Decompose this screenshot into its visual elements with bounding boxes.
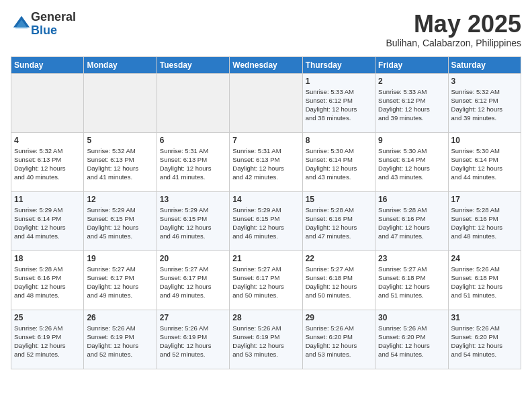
cell-info: Sunrise: 5:26 AM Sunset: 6:20 PM Dayligh… [451, 324, 518, 359]
calendar-cell: 14Sunrise: 5:29 AM Sunset: 6:15 PM Dayli… [230, 191, 302, 250]
calendar-cell: 17Sunrise: 5:28 AM Sunset: 6:16 PM Dayli… [448, 191, 521, 250]
logo-blue: Blue [31, 24, 76, 38]
header-row: SundayMondayTuesdayWednesdayThursdayFrid… [11, 56, 521, 73]
day-number: 24 [451, 254, 518, 263]
calendar-cell: 20Sunrise: 5:27 AM Sunset: 6:17 PM Dayli… [157, 250, 229, 310]
day-header-wednesday: Wednesday [230, 56, 302, 73]
cell-info: Sunrise: 5:28 AM Sunset: 6:16 PM Dayligh… [451, 205, 518, 241]
day-number: 13 [160, 195, 226, 204]
day-number: 10 [451, 136, 518, 145]
cell-info: Sunrise: 5:27 AM Sunset: 6:18 PM Dayligh… [306, 265, 372, 300]
cell-info: Sunrise: 5:31 AM Sunset: 6:13 PM Dayligh… [232, 146, 299, 182]
calendar-cell: 23Sunrise: 5:27 AM Sunset: 6:18 PM Dayli… [375, 250, 448, 310]
calendar-cell: 24Sunrise: 5:26 AM Sunset: 6:18 PM Dayli… [448, 250, 521, 310]
cell-info: Sunrise: 5:30 AM Sunset: 6:14 PM Dayligh… [378, 146, 445, 182]
day-number: 15 [306, 195, 372, 204]
calendar-table: SundayMondayTuesdayWednesdayThursdayFrid… [11, 56, 521, 369]
logo-icon [12, 15, 31, 34]
page-header: General Blue May 2025 Bulihan, Calabarzo… [11, 11, 521, 48]
location-subtitle: Bulihan, Calabarzon, Philippines [386, 38, 521, 48]
week-row-5: 25Sunrise: 5:26 AM Sunset: 6:19 PM Dayli… [11, 310, 521, 369]
cell-info: Sunrise: 5:27 AM Sunset: 6:18 PM Dayligh… [378, 265, 445, 300]
cell-info: Sunrise: 5:26 AM Sunset: 6:20 PM Dayligh… [306, 324, 372, 359]
cell-info: Sunrise: 5:32 AM Sunset: 6:13 PM Dayligh… [14, 146, 81, 182]
week-row-3: 11Sunrise: 5:29 AM Sunset: 6:14 PM Dayli… [11, 191, 521, 250]
calendar-cell: 29Sunrise: 5:26 AM Sunset: 6:20 PM Dayli… [302, 310, 375, 369]
cell-info: Sunrise: 5:30 AM Sunset: 6:14 PM Dayligh… [306, 146, 372, 182]
day-header-sunday: Sunday [11, 56, 84, 73]
calendar-cell: 2Sunrise: 5:33 AM Sunset: 6:12 PM Daylig… [375, 73, 448, 132]
week-row-1: 1Sunrise: 5:33 AM Sunset: 6:12 PM Daylig… [11, 73, 521, 132]
day-number: 16 [378, 195, 445, 204]
calendar-cell: 15Sunrise: 5:28 AM Sunset: 6:16 PM Dayli… [302, 191, 375, 250]
calendar-cell: 31Sunrise: 5:26 AM Sunset: 6:20 PM Dayli… [448, 310, 521, 369]
cell-info: Sunrise: 5:27 AM Sunset: 6:17 PM Dayligh… [232, 265, 299, 300]
calendar-cell: 6Sunrise: 5:31 AM Sunset: 6:13 PM Daylig… [157, 132, 229, 191]
cell-info: Sunrise: 5:29 AM Sunset: 6:15 PM Dayligh… [232, 205, 299, 241]
day-number: 27 [160, 313, 226, 322]
day-number: 17 [451, 195, 518, 204]
cell-info: Sunrise: 5:27 AM Sunset: 6:17 PM Dayligh… [87, 265, 153, 300]
week-row-2: 4Sunrise: 5:32 AM Sunset: 6:13 PM Daylig… [11, 132, 521, 191]
day-number: 6 [160, 136, 226, 145]
day-number: 1 [306, 77, 372, 86]
day-number: 14 [232, 195, 299, 204]
cell-info: Sunrise: 5:26 AM Sunset: 6:19 PM Dayligh… [14, 324, 81, 359]
day-header-saturday: Saturday [448, 56, 521, 73]
day-number: 8 [306, 136, 372, 145]
day-number: 20 [160, 254, 226, 263]
cell-info: Sunrise: 5:26 AM Sunset: 6:19 PM Dayligh… [160, 324, 226, 359]
cell-info: Sunrise: 5:29 AM Sunset: 6:14 PM Dayligh… [14, 205, 81, 241]
week-row-4: 18Sunrise: 5:28 AM Sunset: 6:16 PM Dayli… [11, 250, 521, 310]
day-number: 3 [451, 77, 518, 86]
day-number: 23 [378, 254, 445, 263]
calendar-cell: 21Sunrise: 5:27 AM Sunset: 6:17 PM Dayli… [230, 250, 302, 310]
calendar-cell: 10Sunrise: 5:30 AM Sunset: 6:14 PM Dayli… [448, 132, 521, 191]
cell-info: Sunrise: 5:29 AM Sunset: 6:15 PM Dayligh… [160, 205, 226, 241]
cell-info: Sunrise: 5:29 AM Sunset: 6:15 PM Dayligh… [87, 205, 153, 241]
calendar-cell: 4Sunrise: 5:32 AM Sunset: 6:13 PM Daylig… [11, 132, 84, 191]
cell-info: Sunrise: 5:27 AM Sunset: 6:17 PM Dayligh… [160, 265, 226, 300]
calendar-cell: 9Sunrise: 5:30 AM Sunset: 6:14 PM Daylig… [375, 132, 448, 191]
calendar-cell: 25Sunrise: 5:26 AM Sunset: 6:19 PM Dayli… [11, 310, 84, 369]
day-number: 2 [378, 77, 445, 86]
cell-info: Sunrise: 5:31 AM Sunset: 6:13 PM Dayligh… [160, 146, 226, 182]
day-header-friday: Friday [375, 56, 448, 73]
day-number: 9 [378, 136, 445, 145]
day-header-thursday: Thursday [302, 56, 375, 73]
cell-info: Sunrise: 5:33 AM Sunset: 6:12 PM Dayligh… [378, 87, 445, 123]
calendar-cell: 7Sunrise: 5:31 AM Sunset: 6:13 PM Daylig… [230, 132, 302, 191]
calendar-cell [230, 73, 302, 132]
day-number: 31 [451, 313, 518, 322]
day-number: 25 [14, 313, 81, 322]
month-title: May 2025 [386, 11, 521, 38]
calendar-cell: 30Sunrise: 5:26 AM Sunset: 6:20 PM Dayli… [375, 310, 448, 369]
calendar-cell [11, 73, 84, 132]
calendar-cell: 3Sunrise: 5:32 AM Sunset: 6:12 PM Daylig… [448, 73, 521, 132]
calendar-cell: 26Sunrise: 5:26 AM Sunset: 6:19 PM Dayli… [84, 310, 157, 369]
day-number: 4 [14, 136, 81, 145]
cell-info: Sunrise: 5:26 AM Sunset: 6:19 PM Dayligh… [87, 324, 153, 359]
calendar-cell: 8Sunrise: 5:30 AM Sunset: 6:14 PM Daylig… [302, 132, 375, 191]
calendar-cell: 12Sunrise: 5:29 AM Sunset: 6:15 PM Dayli… [84, 191, 157, 250]
day-number: 19 [87, 254, 153, 263]
calendar-cell: 13Sunrise: 5:29 AM Sunset: 6:15 PM Dayli… [157, 191, 229, 250]
calendar-cell [157, 73, 229, 132]
cell-info: Sunrise: 5:28 AM Sunset: 6:16 PM Dayligh… [378, 205, 445, 241]
calendar-cell: 11Sunrise: 5:29 AM Sunset: 6:14 PM Dayli… [11, 191, 84, 250]
day-number: 12 [87, 195, 153, 204]
cell-info: Sunrise: 5:28 AM Sunset: 6:16 PM Dayligh… [306, 205, 372, 241]
cell-info: Sunrise: 5:28 AM Sunset: 6:16 PM Dayligh… [14, 265, 81, 300]
logo-text: General Blue [31, 11, 76, 38]
calendar-cell: 27Sunrise: 5:26 AM Sunset: 6:19 PM Dayli… [157, 310, 229, 369]
cell-info: Sunrise: 5:26 AM Sunset: 6:19 PM Dayligh… [232, 324, 299, 359]
day-number: 11 [14, 195, 81, 204]
day-number: 22 [306, 254, 372, 263]
cell-info: Sunrise: 5:33 AM Sunset: 6:12 PM Dayligh… [306, 87, 372, 123]
calendar-cell: 16Sunrise: 5:28 AM Sunset: 6:16 PM Dayli… [375, 191, 448, 250]
calendar-cell [84, 73, 157, 132]
day-number: 30 [378, 313, 445, 322]
calendar-cell: 22Sunrise: 5:27 AM Sunset: 6:18 PM Dayli… [302, 250, 375, 310]
day-number: 7 [232, 136, 299, 145]
cell-info: Sunrise: 5:32 AM Sunset: 6:12 PM Dayligh… [451, 87, 518, 123]
